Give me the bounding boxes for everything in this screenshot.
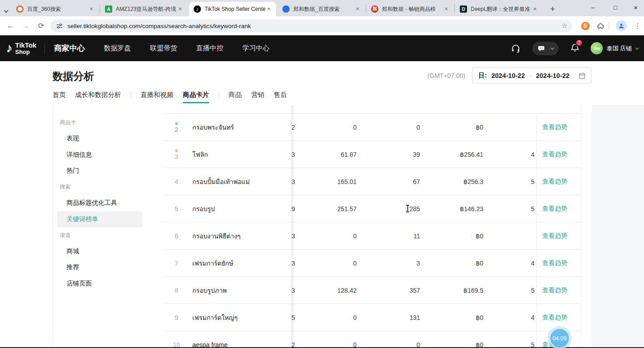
extensions-puzzle-icon[interactable] xyxy=(595,20,606,32)
header-nav-5[interactable]: 学习中心 xyxy=(242,44,269,53)
browser-tab-2[interactable]: AAMZ123亚马逊导航-跨境× xyxy=(100,2,187,16)
view-trend-link[interactable]: 查看趋势 xyxy=(542,232,568,240)
header-nav-2[interactable]: 数据罗盘 xyxy=(104,44,131,53)
view-trend-link[interactable]: 查看趋势 xyxy=(542,314,568,322)
keyword-cell: กรอบงานพิธีต่างๆ xyxy=(192,222,241,249)
tab-close-icon[interactable]: × xyxy=(177,5,184,13)
tab-close-icon[interactable]: × xyxy=(88,5,95,13)
browser-profile-avatar[interactable] xyxy=(615,20,627,32)
view-trend-link[interactable]: 查看趋势 xyxy=(542,205,568,213)
browser-menu-kebab-icon[interactable]: ⋮ xyxy=(632,20,644,32)
rank-number: 4 xyxy=(175,178,178,185)
sidebar-item[interactable]: 热门 xyxy=(53,163,146,179)
sidebar-item[interactable]: 关键词榜单 xyxy=(57,211,142,227)
date-range-picker[interactable]: 日: 2024-10-22 - 2024-10-22 xyxy=(472,68,592,83)
metric-value-3: ฿0 xyxy=(420,304,483,331)
action-cell: 查看趋势 xyxy=(536,250,581,276)
window-maximize-button[interactable]: □ xyxy=(606,0,625,15)
extension-s-icon[interactable]: S xyxy=(579,20,591,32)
rank-number: 2 xyxy=(175,126,178,133)
view-trend-link[interactable]: 查看趋势 xyxy=(542,150,568,159)
analytics-tab-1[interactable]: 首页 xyxy=(52,91,66,103)
keyword-cell: เฟรมการ์ดใหญ่ๆ xyxy=(192,304,238,331)
tiktok-shop-logo[interactable]: ♪ TikTok Shop xyxy=(6,41,36,55)
bookmark-star-icon[interactable]: ☆ xyxy=(562,22,568,30)
clipped-right-value: 4 xyxy=(516,250,534,276)
browser-tab-6[interactable]: DDeepL翻译：全世界最准× xyxy=(455,2,542,16)
analytics-tab-3[interactable]: 直播和视频 xyxy=(141,91,174,103)
url-text[interactable]: seller.tiktokglobalshop.com/compass/sear… xyxy=(67,23,562,29)
view-trend-link[interactable]: 查看趋势 xyxy=(542,259,568,267)
tab-close-icon[interactable]: × xyxy=(354,5,361,13)
site-settings-icon[interactable] xyxy=(56,23,63,29)
browser-tab-3[interactable]: ♪TikTok Shop Seller Center× xyxy=(189,2,276,16)
tab-close-icon[interactable]: × xyxy=(265,5,272,13)
date-end-value[interactable]: 2024-10-22 xyxy=(536,72,569,79)
calendar-icon[interactable] xyxy=(578,72,586,79)
clipped-left-value: 3 xyxy=(291,250,295,276)
tab-close-icon[interactable]: × xyxy=(443,5,450,13)
sidebar-item[interactable]: 商城 xyxy=(53,243,146,260)
reload-button[interactable]: ⟳ xyxy=(35,20,47,32)
action-cell: 查看趋势 xyxy=(536,141,581,168)
sidebar-item[interactable]: 表现 xyxy=(53,131,146,147)
new-tab-button[interactable]: + xyxy=(547,4,558,15)
tab-divider xyxy=(100,5,100,13)
metric-value-2: 11 xyxy=(366,222,420,249)
date-granularity-label[interactable]: 日: xyxy=(478,72,487,80)
browser-tab-1[interactable]: 百度_360搜索× xyxy=(12,2,99,16)
browser-tab-5[interactable]: 和郑和数据 - 畅销商品榜× xyxy=(367,2,453,16)
browser-tab-strip: 百度_360搜索×AAMZ123亚马逊导航-跨境×♪TikTok Shop Se… xyxy=(0,0,644,16)
back-button[interactable]: ← xyxy=(5,20,16,32)
notifications-button[interactable]: 7 xyxy=(570,43,580,54)
metric-value-2: 357 xyxy=(366,277,420,304)
rank-cell: 10 xyxy=(167,331,186,348)
date-start-value[interactable]: 2024-10-22 xyxy=(491,72,525,79)
tab-search-chevron-icon[interactable] xyxy=(5,6,8,14)
clipped-left-value: 3 xyxy=(291,222,295,249)
metric-value-1: 0 xyxy=(302,304,357,331)
sidebar-item[interactable]: 详细信息 xyxy=(53,147,146,163)
metric-value-2: 0 xyxy=(366,114,420,140)
analytics-tab-5[interactable]: 商品 xyxy=(229,91,242,103)
notification-badge: 7 xyxy=(575,39,583,47)
headset-icon[interactable] xyxy=(511,44,520,53)
view-trend-link[interactable]: 查看趋势 xyxy=(542,178,568,186)
tab-separator xyxy=(131,92,131,98)
header-nav-4[interactable]: 直播中控 xyxy=(196,44,223,53)
store-avatar[interactable]: Jay xyxy=(591,42,603,54)
sidebar-item[interactable]: 商品标题优化工具 xyxy=(53,195,146,212)
metric-value-1: 61.87 xyxy=(302,141,357,168)
header-nav-3[interactable]: 联盟带货 xyxy=(150,44,177,53)
forward-button[interactable]: → xyxy=(20,20,32,32)
table-row: 5กรอบรูป9251.57285฿146.235查看趋势 xyxy=(163,195,581,222)
metric-value-1: 0 xyxy=(302,222,357,249)
rank-cell: 7 xyxy=(167,250,186,276)
chat-messages-button[interactable] xyxy=(532,42,558,55)
address-bar[interactable]: seller.tiktokglobalshop.com/compass/sear… xyxy=(51,19,572,32)
header-nav-1[interactable]: 商家中心 xyxy=(54,43,85,53)
tab-close-icon[interactable]: × xyxy=(531,5,539,13)
view-trend-link[interactable]: 查看趋势 xyxy=(542,286,568,295)
browser-tab-4[interactable]: 郑和数据_百度搜索× xyxy=(278,2,365,16)
store-chevron-down-icon[interactable] xyxy=(635,46,639,49)
sidebar-item[interactable]: 店铺页面 xyxy=(53,276,146,292)
toolbar-divider xyxy=(608,22,609,30)
store-name[interactable]: 泰国 店铺 xyxy=(606,44,632,53)
analytics-tab-2[interactable]: 成长和数据分析 xyxy=(75,91,121,103)
metric-value-1: 0 xyxy=(302,114,357,140)
view-trend-link[interactable]: 查看趋势 xyxy=(542,123,568,131)
sidebar-item[interactable]: 推荐 xyxy=(53,260,146,276)
analytics-tab-4[interactable]: 商品卡片 xyxy=(183,91,209,103)
analytics-tab-6[interactable]: 营销 xyxy=(251,91,264,103)
window-close-button[interactable]: × xyxy=(626,0,644,15)
recording-timer-bubble[interactable]: 04:09 xyxy=(549,328,570,348)
analytics-tab-7[interactable]: 售后 xyxy=(274,91,287,103)
rank-number: 9 xyxy=(175,314,178,321)
sidebar-section-label: 搜索 xyxy=(53,183,71,191)
table-row: ♛2กรอบพระจันทร์200฿0查看趋势 xyxy=(163,114,581,141)
clipped-right-value: 5 xyxy=(516,331,534,348)
sidebar-section-label: 商品卡 xyxy=(53,119,76,126)
metric-value-2: 67 xyxy=(366,168,420,195)
window-minimize-button[interactable]: – xyxy=(583,0,603,15)
